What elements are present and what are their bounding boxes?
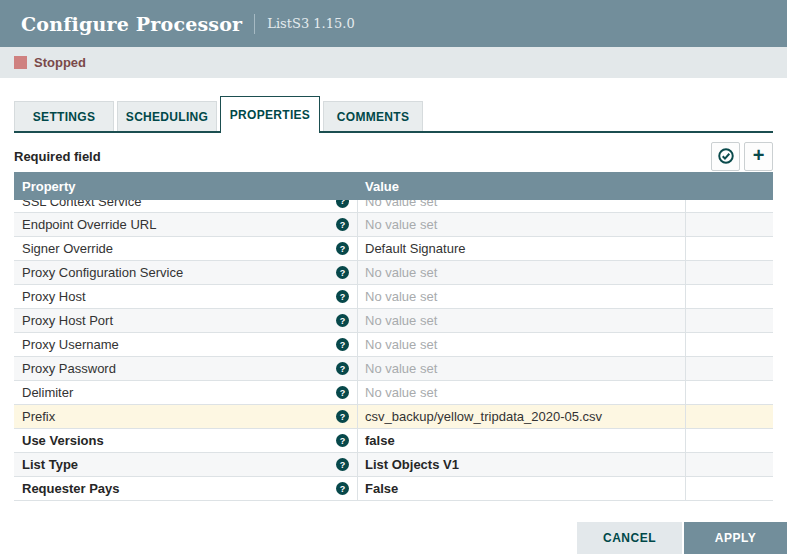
row-actions-cell [686, 213, 773, 236]
property-name: Endpoint Override URL [22, 217, 156, 232]
help-icon[interactable]: ? [336, 338, 349, 351]
table-row[interactable]: Delimiter?No value set [14, 381, 773, 405]
property-name: Signer Override [22, 241, 113, 256]
property-value: No value set [365, 361, 437, 376]
value-cell[interactable]: No value set [358, 381, 686, 404]
value-cell[interactable]: Default Signature [358, 237, 686, 260]
run-status-label: Stopped [34, 55, 86, 70]
property-value: List Objects V1 [365, 457, 459, 472]
row-actions-cell [686, 309, 773, 332]
property-name: Prefix [22, 409, 55, 424]
help-icon[interactable]: ? [336, 362, 349, 375]
help-icon[interactable]: ? [336, 242, 349, 255]
help-icon[interactable]: ? [336, 410, 349, 423]
property-cell: Requester Pays? [14, 477, 358, 500]
property-cell: List Type? [14, 453, 358, 476]
value-cell[interactable]: No value set [358, 309, 686, 332]
table-row[interactable]: List Type?List Objects V1 [14, 453, 773, 477]
table-row[interactable]: Prefix?csv_backup/yellow_tripdata_2020-0… [14, 405, 773, 429]
row-actions-cell [686, 429, 773, 452]
value-cell[interactable]: No value set [358, 285, 686, 308]
verification-icon [717, 147, 735, 165]
value-column-header: Value [358, 172, 686, 200]
property-cell: Signer Override? [14, 237, 358, 260]
tab-properties[interactable]: PROPERTIES [220, 96, 320, 133]
help-icon[interactable]: ? [336, 458, 349, 471]
row-actions-cell [686, 477, 773, 500]
tab-scheduling[interactable]: SCHEDULING [117, 101, 217, 131]
help-icon[interactable]: ? [336, 482, 349, 495]
property-name: Proxy Host Port [22, 313, 113, 328]
value-cell[interactable]: No value set [358, 213, 686, 236]
property-name: Delimiter [22, 385, 73, 400]
help-icon[interactable]: ? [336, 266, 349, 279]
property-name: List Type [22, 457, 78, 472]
property-cell: Proxy Configuration Service? [14, 261, 358, 284]
table-body: Endpoint Override URL?No value setSigner… [14, 213, 773, 501]
tab-settings[interactable]: SETTINGS [14, 101, 114, 131]
dialog-title: Configure Processor [21, 13, 242, 35]
dialog-footer: CANCEL APPLY [577, 522, 787, 554]
help-icon[interactable]: ? [336, 290, 349, 303]
stopped-icon [14, 56, 27, 69]
value-cell[interactable]: No value set [358, 200, 686, 213]
table-row[interactable]: Use Versions?false [14, 429, 773, 453]
property-value: No value set [365, 217, 437, 232]
value-cell[interactable]: false [358, 429, 686, 452]
table-row[interactable]: Proxy Password?No value set [14, 357, 773, 381]
table-row[interactable]: Proxy Host?No value set [14, 285, 773, 309]
tab-bar: SETTINGS SCHEDULING PROPERTIES COMMENTS [14, 96, 773, 133]
value-cell[interactable]: False [358, 477, 686, 500]
table-row[interactable]: Signer Override?Default Signature [14, 237, 773, 261]
table-row[interactable]: Proxy Host Port?No value set [14, 309, 773, 333]
property-cell: Proxy Username? [14, 333, 358, 356]
add-property-icon: + [753, 145, 765, 165]
row-actions-cell [686, 405, 773, 428]
tab-comments[interactable]: COMMENTS [323, 101, 423, 131]
required-field-label: Required field [14, 149, 101, 164]
property-cell: Proxy Host? [14, 285, 358, 308]
row-actions-cell [686, 357, 773, 380]
property-name: Requester Pays [22, 481, 120, 496]
table-row[interactable]: Proxy Configuration Service?No value set [14, 261, 773, 285]
property-name: Proxy Configuration Service [22, 265, 183, 280]
table-row[interactable]: Endpoint Override URL?No value set [14, 213, 773, 237]
table-row: SSL Context Service ? No value set [14, 200, 773, 213]
table-row[interactable]: Requester Pays?False [14, 477, 773, 501]
help-icon[interactable]: ? [336, 386, 349, 399]
row-actions-cell [686, 261, 773, 284]
row-actions-cell [686, 453, 773, 476]
property-name: Proxy Host [22, 289, 86, 304]
value-cell[interactable]: csv_backup/yellow_tripdata_2020-05.csv [358, 405, 686, 428]
help-icon[interactable]: ? [336, 200, 349, 208]
property-value: No value set [365, 313, 437, 328]
value-cell[interactable]: No value set [358, 333, 686, 356]
help-icon[interactable]: ? [336, 434, 349, 447]
add-property-button[interactable]: + [744, 142, 773, 171]
property-name: Proxy Password [22, 361, 116, 376]
verify-properties-button[interactable] [711, 142, 740, 171]
table-header: Property Value [14, 172, 773, 200]
processor-type-version: ListS3 1.15.0 [267, 16, 354, 31]
help-icon[interactable]: ? [336, 314, 349, 327]
value-cell[interactable]: No value set [358, 357, 686, 380]
partially-scrolled-row[interactable]: SSL Context Service ? No value set [14, 200, 773, 213]
help-icon[interactable]: ? [336, 218, 349, 231]
property-value: No value set [365, 337, 437, 352]
title-separator [254, 14, 255, 34]
property-value: false [365, 433, 395, 448]
value-cell[interactable]: No value set [358, 261, 686, 284]
property-value: False [365, 481, 398, 496]
cancel-button[interactable]: CANCEL [577, 522, 682, 554]
apply-button[interactable]: APPLY [684, 522, 787, 554]
property-cell: Proxy Password? [14, 357, 358, 380]
property-value: No value set [365, 289, 437, 304]
property-value: No value set [365, 385, 437, 400]
property-cell: Use Versions? [14, 429, 358, 452]
value-cell[interactable]: List Objects V1 [358, 453, 686, 476]
property-value: No value set [365, 265, 437, 280]
property-value: Default Signature [365, 241, 465, 256]
property-cell: SSL Context Service ? [14, 200, 358, 213]
table-row[interactable]: Proxy Username?No value set [14, 333, 773, 357]
row-actions-cell [686, 381, 773, 404]
